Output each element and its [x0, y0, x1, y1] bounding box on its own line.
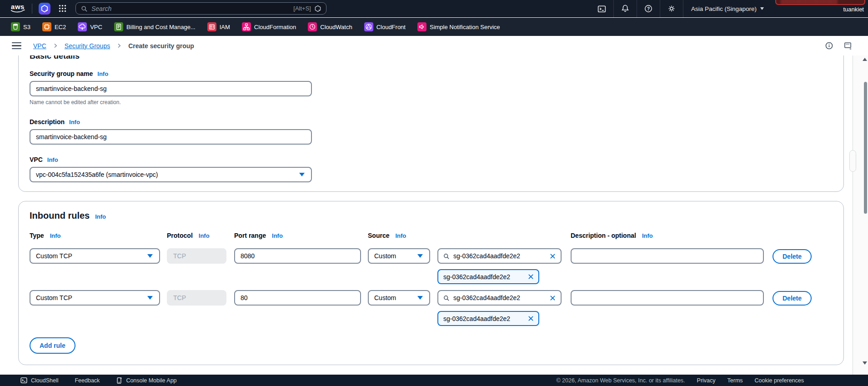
- panel-resize-handle[interactable]: [849, 150, 856, 172]
- divider: [32, 4, 32, 14]
- mobile-phone-icon: [116, 377, 122, 384]
- vpc-icon: [78, 22, 87, 31]
- delete-rule-button[interactable]: Delete: [773, 249, 812, 264]
- chevron-down-icon: [417, 254, 423, 258]
- scroll-down-arrow[interactable]: [863, 361, 867, 365]
- security-group-name-label: Security group name Info: [30, 70, 833, 77]
- protocol-field-disabled: TCP: [167, 248, 226, 264]
- security-group-chip[interactable]: sg-0362cad4aadfde2e2: [437, 269, 539, 284]
- svg-text:?: ?: [647, 6, 650, 11]
- help-button[interactable]: ?: [637, 0, 660, 17]
- scroll-up-arrow[interactable]: [863, 58, 867, 61]
- breadcrumb-security-groups-link[interactable]: Security Groups: [65, 42, 110, 50]
- add-rule-button[interactable]: Add rule: [30, 337, 75, 354]
- type-select[interactable]: Custom TCP: [30, 290, 160, 306]
- protocol-column-header: Protocol: [167, 232, 193, 239]
- settings-button[interactable]: [660, 0, 683, 17]
- info-link[interactable]: Info: [395, 232, 406, 239]
- favorite-cloudformation[interactable]: CloudFormation: [242, 22, 296, 31]
- clear-search-icon[interactable]: [549, 295, 556, 301]
- description-label: Description Info: [30, 118, 833, 125]
- info-link[interactable]: Info: [642, 232, 653, 239]
- chevron-right-icon: [116, 42, 122, 49]
- chevron-right-icon: [52, 42, 59, 49]
- inbound-rule-row-1: Custom TCP TCP 8080 Custom sg-0362cad4aa…: [30, 248, 833, 265]
- chevron-down-icon: [417, 296, 423, 300]
- vertical-scrollbar-thumb[interactable]: [864, 82, 867, 214]
- aws-logo[interactable]: aws: [10, 4, 25, 14]
- footer-cookie-preferences-link[interactable]: Cookie preferences: [755, 377, 804, 384]
- info-link[interactable]: Info: [69, 119, 80, 125]
- footer-privacy-link[interactable]: Privacy: [697, 377, 716, 384]
- favorite-sns[interactable]: Simple Notification Service: [417, 22, 500, 31]
- search-icon: [443, 295, 450, 301]
- footer-feedback-button[interactable]: Feedback: [75, 377, 100, 384]
- clear-search-icon[interactable]: [549, 253, 556, 260]
- vpc-select[interactable]: vpc-004c5fa152435a6fe (smartinvoice-vpc): [30, 167, 312, 182]
- info-link[interactable]: Info: [50, 232, 61, 239]
- footer-terms-link[interactable]: Terms: [728, 377, 743, 384]
- region-selector[interactable]: Asia Pacific (Singapore): [683, 5, 764, 12]
- info-link[interactable]: Info: [272, 232, 283, 239]
- source-type-select[interactable]: Custom: [368, 290, 430, 306]
- cloudfront-icon: [364, 22, 373, 31]
- favorites-bar: S3 EC2 VPC Billing and Cost Manage... IA…: [0, 18, 868, 36]
- cloudformation-icon: [242, 22, 251, 31]
- description-column-header: Description - optional: [571, 232, 636, 239]
- aws-logo-text: aws: [11, 4, 25, 10]
- hamburger-menu-icon[interactable]: [12, 42, 21, 50]
- delete-rule-button[interactable]: Delete: [773, 291, 812, 306]
- type-select[interactable]: Custom TCP: [30, 248, 160, 264]
- port-range-input[interactable]: 8080: [234, 248, 361, 264]
- security-group-name-input[interactable]: smartinvoice-backend-sg: [30, 81, 312, 96]
- rule-description-input[interactable]: [571, 290, 764, 306]
- account-menu-redacted[interactable]: ████████████████: [775, 0, 865, 5]
- split-panel-icon[interactable]: [843, 41, 853, 50]
- search-placeholder: Search: [91, 5, 111, 12]
- footer-mobile-app-button[interactable]: Console Mobile App: [116, 377, 176, 384]
- s3-icon: [11, 22, 20, 31]
- search-input[interactable]: Search [Alt+S]: [75, 2, 326, 15]
- description-input[interactable]: smartinvoice-backend-sg: [30, 129, 312, 145]
- copyright-text: © 2026, Amazon Web Services, Inc. or its…: [556, 377, 685, 384]
- remove-chip-icon[interactable]: [527, 315, 534, 322]
- favorite-cloudfront[interactable]: CloudFront: [364, 22, 406, 31]
- info-link[interactable]: Info: [47, 156, 58, 163]
- source-chip-row-1: sg-0362cad4aadfde2e2: [30, 269, 833, 285]
- inbound-rule-row-2: Custom TCP TCP 80 Custom sg-0362cad4aadf…: [30, 290, 833, 306]
- cloudshell-terminal-icon: [20, 377, 27, 384]
- footer-cloudshell-button[interactable]: CloudShell: [20, 377, 58, 384]
- main-content: Basic details Security group name Info s…: [0, 55, 853, 375]
- favorite-vpc[interactable]: VPC: [78, 22, 102, 31]
- port-range-input[interactable]: 80: [234, 290, 361, 306]
- breadcrumb-vpc-link[interactable]: VPC: [33, 42, 46, 50]
- info-link[interactable]: Info: [97, 70, 108, 77]
- security-group-chip[interactable]: sg-0362cad4aadfde2e2: [437, 311, 539, 326]
- info-panel-icon[interactable]: [825, 41, 833, 50]
- hexagon-icon: [40, 5, 49, 13]
- apps-grid-icon[interactable]: [59, 5, 66, 12]
- cloudshell-button[interactable]: [590, 0, 613, 17]
- source-search-input[interactable]: sg-0362cad4aadfde2e2: [437, 248, 562, 264]
- breadcrumb: VPC Security Groups Create security grou…: [33, 42, 194, 50]
- favorite-billing[interactable]: Billing and Cost Manage...: [114, 22, 196, 31]
- notifications-button[interactable]: [614, 0, 637, 17]
- source-type-select[interactable]: Custom: [368, 248, 430, 264]
- section-title: Basic details: [30, 55, 833, 61]
- billing-icon: [114, 22, 123, 31]
- rule-description-input[interactable]: [571, 248, 764, 264]
- source-search-input[interactable]: sg-0362cad4aadfde2e2: [437, 290, 562, 306]
- favorite-s3[interactable]: S3: [11, 22, 30, 31]
- favorite-iam[interactable]: IAM: [207, 22, 230, 31]
- amazon-q-icon[interactable]: [39, 3, 50, 15]
- favorite-cloudwatch[interactable]: CloudWatch: [308, 22, 352, 31]
- type-column-header: Type: [30, 232, 44, 239]
- info-link[interactable]: Info: [199, 232, 210, 239]
- remove-chip-icon[interactable]: [527, 273, 534, 280]
- chevron-down-icon: [760, 7, 764, 10]
- favorite-ec2[interactable]: EC2: [42, 22, 66, 31]
- basic-details-card: Basic details Security group name Info s…: [18, 55, 844, 192]
- breadcrumb-row: VPC Security Groups Create security grou…: [0, 36, 868, 55]
- info-link[interactable]: Info: [95, 213, 106, 220]
- aws-smile-icon: [10, 10, 25, 14]
